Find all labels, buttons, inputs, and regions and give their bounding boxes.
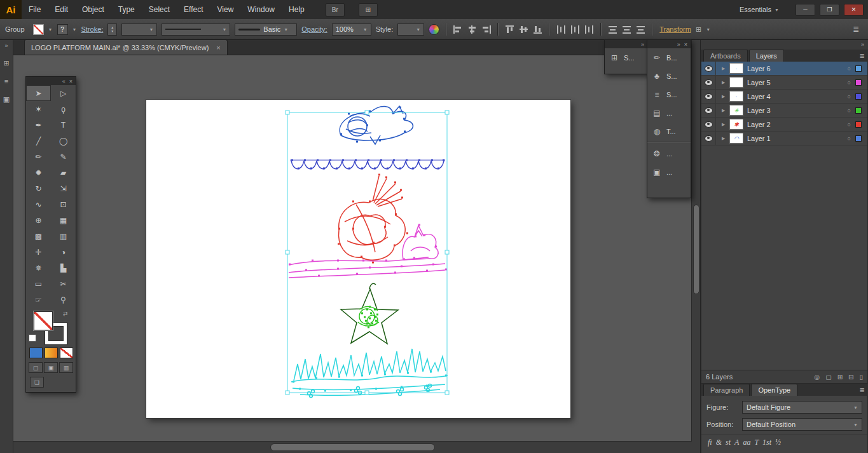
menu-file[interactable]: File	[22, 0, 48, 19]
free-transform-tool[interactable]: ⊡	[51, 196, 76, 212]
layer-name[interactable]: Layer 3	[747, 107, 848, 114]
collapse-dock-chevron[interactable]: »	[861, 41, 864, 48]
screen-mode-icon[interactable]: ❏	[30, 377, 44, 388]
target-circle-icon[interactable]: ○	[848, 107, 851, 114]
selection-tool[interactable]: ➤	[26, 85, 51, 101]
brush-definition-dropdown[interactable]: Basic ▼	[235, 24, 297, 36]
swatches-panel-button[interactable]: ⊞ S...	[605, 48, 647, 67]
selection-bounding-box[interactable]	[287, 112, 447, 393]
distribute-center-icon[interactable]	[570, 25, 580, 34]
align-center-horizontal-icon[interactable]	[467, 25, 477, 34]
ordinals-button[interactable]: 1st	[762, 438, 771, 447]
menu-type[interactable]: Type	[111, 0, 142, 19]
appearance-panel-button[interactable]: ❂ ...	[647, 144, 691, 163]
delete-layer-icon[interactable]: ▯	[859, 374, 863, 381]
layer-thumbnail[interactable]: ✱	[729, 119, 743, 130]
blob-brush-tool[interactable]: ✹	[26, 165, 51, 180]
target-circle-icon[interactable]: ○	[848, 93, 851, 100]
panel-toggle-icon[interactable]: ≣	[853, 25, 859, 34]
titling-alternates-button[interactable]: T	[754, 438, 759, 447]
distribute-middle-icon[interactable]	[622, 25, 631, 34]
layer-name[interactable]: Layer 5	[747, 79, 848, 86]
stroke-weight-stepper[interactable]: ▲ ▼	[107, 24, 117, 36]
locate-object-icon[interactable]: ◎	[815, 374, 820, 381]
document-tab[interactable]: LOGO PLATFORM MAIN.ai* @ 33.33% (CMYK/Pr…	[24, 39, 228, 55]
stepper-down-icon[interactable]: ▼	[111, 29, 114, 33]
align-middle-icon[interactable]	[519, 25, 528, 34]
layer-row-layer-2[interactable]: ▶ ✱ Layer 2 ○	[701, 118, 867, 132]
style-dropdown[interactable]: ▼	[397, 24, 424, 36]
align-right-icon[interactable]	[481, 25, 491, 34]
collapsed-styles-panel-icon[interactable]: ▣	[3, 95, 10, 104]
opacity-link[interactable]: Opacity:	[301, 25, 327, 33]
layer-name[interactable]: Layer 4	[747, 93, 848, 100]
mesh-tool[interactable]: ▩	[26, 228, 51, 244]
expand-triangle-icon[interactable]: ▶	[722, 108, 729, 113]
draw-behind-icon[interactable]: ▣	[44, 362, 58, 373]
new-sublayer-icon[interactable]: ⊞	[837, 374, 843, 381]
visibility-toggle[interactable]	[701, 132, 716, 145]
collapsed-panel-header[interactable]: » ×	[647, 40, 691, 48]
expand-triangle-icon[interactable]: ▶	[722, 94, 729, 99]
figure-select[interactable]: Default Figure ▼	[742, 401, 862, 414]
tab-layers[interactable]: Layers	[749, 50, 784, 62]
contextual-alternates-button[interactable]: &	[716, 438, 722, 447]
ellipse-tool[interactable]: ◯	[51, 133, 76, 149]
distribute-horizontal-icon[interactable]	[556, 25, 566, 34]
visibility-toggle[interactable]	[701, 118, 716, 131]
expand-rail-chevron[interactable]: »	[4, 43, 8, 49]
restore-button[interactable]: ❐	[820, 4, 839, 16]
discretionary-ligatures-button[interactable]: st	[726, 438, 731, 447]
close-panel-icon[interactable]: ×	[69, 78, 72, 85]
distribute-bottom-icon[interactable]	[636, 25, 645, 34]
layer-thumbnail[interactable]: ·	[729, 91, 743, 102]
slice-tool[interactable]: ✂	[51, 276, 76, 292]
minimize-button[interactable]: ─	[796, 4, 815, 16]
layer-thumbnail[interactable]: ◠	[729, 133, 743, 144]
transparency-panel-button[interactable]: ◍ T...	[647, 122, 691, 140]
reference-point-icon[interactable]: ⊞	[696, 25, 701, 34]
scale-tool[interactable]: ⇲	[51, 180, 76, 196]
grass-sketch[interactable]	[291, 349, 448, 398]
recolor-artwork-icon[interactable]	[429, 24, 439, 35]
visibility-toggle[interactable]	[701, 104, 716, 117]
layer-name[interactable]: Layer 6	[747, 65, 848, 72]
horizontal-scrollbar-thumb[interactable]	[270, 443, 434, 451]
horizontal-scrollbar[interactable]	[13, 441, 691, 453]
vertical-scrollbar-thumb[interactable]	[693, 205, 699, 294]
stylistic-alternates-button[interactable]: aa	[743, 438, 750, 447]
fill-color-swatch[interactable]	[33, 24, 44, 35]
stroke-weight-link[interactable]: Stroke:	[81, 25, 103, 33]
layer-row-layer-4[interactable]: ▶ · Layer 4 ○	[701, 90, 867, 104]
blend-tool[interactable]: ◑	[51, 244, 76, 260]
visibility-toggle[interactable]	[701, 90, 716, 103]
symbol-sprayer-tool[interactable]: ✵	[26, 260, 51, 276]
distribute-right-icon[interactable]	[584, 25, 594, 34]
artboard-tool[interactable]: ▭	[26, 276, 51, 292]
flower-sketch[interactable]	[338, 175, 408, 262]
draw-inside-icon[interactable]: ▥	[59, 362, 73, 373]
column-graph-tool[interactable]: ▙	[51, 260, 76, 276]
rotate-tool[interactable]: ↻	[26, 180, 51, 196]
layer-name[interactable]: Layer 1	[747, 135, 848, 142]
wave-border-sketch[interactable]	[290, 160, 445, 169]
stroke-weight-dropdown[interactable]: ▼	[121, 24, 157, 36]
tab-paragraph[interactable]: Paragraph	[703, 384, 750, 396]
standard-ligatures-button[interactable]: fi	[708, 438, 712, 447]
pen-tool[interactable]: ✒	[26, 117, 51, 133]
close-button[interactable]: ✕	[844, 4, 864, 16]
align-bottom-icon[interactable]	[533, 25, 542, 34]
collapsed-panel-header[interactable]: »	[605, 40, 647, 48]
fractions-button[interactable]: ½	[775, 438, 781, 447]
expand-triangle-icon[interactable]: ▶	[722, 136, 729, 141]
eraser-tool[interactable]: ▰	[51, 165, 76, 180]
align-left-icon[interactable]	[453, 25, 463, 34]
menu-view[interactable]: View	[210, 0, 241, 19]
swap-fill-stroke-icon[interactable]: ⇄	[63, 311, 68, 317]
menu-help[interactable]: Help	[282, 0, 312, 19]
menu-effect[interactable]: Effect	[177, 0, 210, 19]
swash-button[interactable]: A	[734, 438, 739, 447]
menu-edit[interactable]: Edit	[48, 0, 75, 19]
layer-row-layer-5[interactable]: ▶ Layer 5 ○	[701, 76, 867, 90]
zoom-tool[interactable]: ⚲	[51, 292, 76, 308]
